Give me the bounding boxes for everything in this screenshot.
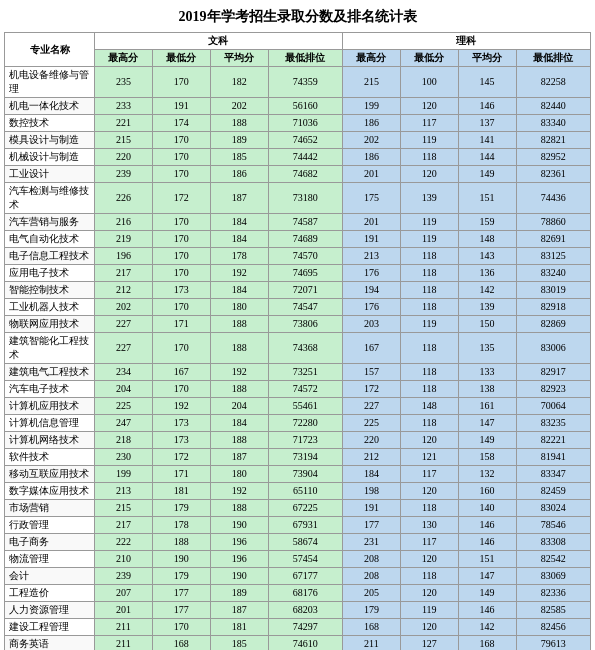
lk-data-cell: 145 (458, 67, 516, 98)
lk-data-cell: 118 (400, 500, 458, 517)
lk-data-cell: 118 (400, 381, 458, 398)
lk-data-cell: 158 (458, 449, 516, 466)
major-name-cell: 物联网应用技术 (5, 316, 95, 333)
table-row: 工业机器人技术2021701807454717611813982918 (5, 299, 591, 316)
lk-data-cell: 208 (342, 551, 400, 568)
wk-data-cell: 73904 (268, 466, 342, 483)
wk-data-cell: 213 (95, 483, 153, 500)
wk-data-cell: 74610 (268, 636, 342, 651)
table-row: 建筑电气工程技术2341671927325115711813382917 (5, 364, 591, 381)
wk-data-cell: 217 (95, 265, 153, 282)
wk-avg: 平均分 (210, 50, 268, 67)
wk-data-cell: 184 (210, 214, 268, 231)
wk-data-cell: 74572 (268, 381, 342, 398)
table-row: 模具设计与制造2151701897465220211914182821 (5, 132, 591, 149)
wk-data-cell: 215 (95, 132, 153, 149)
lk-data-cell: 215 (342, 67, 400, 98)
lk-data-cell: 127 (400, 636, 458, 651)
table-row: 计算机应用技术2251922045546122714816170064 (5, 398, 591, 415)
wk-data-cell: 171 (152, 466, 210, 483)
major-name-cell: 电气自动化技术 (5, 231, 95, 248)
lk-data-cell: 70064 (516, 398, 590, 415)
wk-min: 最低分 (152, 50, 210, 67)
lk-data-cell: 202 (342, 132, 400, 149)
major-name-cell: 模具设计与制造 (5, 132, 95, 149)
lk-data-cell: 179 (342, 602, 400, 619)
lk-data-cell: 118 (400, 299, 458, 316)
major-name-cell: 汽车电子技术 (5, 381, 95, 398)
major-name-cell: 汽车营销与服务 (5, 214, 95, 231)
wk-data-cell: 216 (95, 214, 153, 231)
table-row: 汽车检测与维修技术2261721877318017513915174436 (5, 183, 591, 214)
wk-data-cell: 170 (152, 166, 210, 183)
lk-data-cell: 78860 (516, 214, 590, 231)
table-row: 建设工程管理2111701817429716812014282456 (5, 619, 591, 636)
wk-data-cell: 67931 (268, 517, 342, 534)
lk-data-cell: 83308 (516, 534, 590, 551)
wk-data-cell: 184 (210, 282, 268, 299)
lk-data-cell: 120 (400, 619, 458, 636)
wk-data-cell: 73194 (268, 449, 342, 466)
major-name-cell: 物流管理 (5, 551, 95, 568)
major-name-cell: 商务英语 (5, 636, 95, 651)
lk-data-cell: 201 (342, 214, 400, 231)
wk-data-cell: 74368 (268, 333, 342, 364)
table-row: 人力资源管理2011771876820317911914682585 (5, 602, 591, 619)
wk-data-cell: 202 (95, 299, 153, 316)
lk-data-cell: 137 (458, 115, 516, 132)
wk-data-cell: 204 (210, 398, 268, 415)
table-row: 计算机信息管理2471731847228022511814783235 (5, 415, 591, 432)
wk-data-cell: 74652 (268, 132, 342, 149)
major-name-cell: 建筑电气工程技术 (5, 364, 95, 381)
lk-data-cell: 150 (458, 316, 516, 333)
lk-data-cell: 194 (342, 282, 400, 299)
wk-data-cell: 221 (95, 115, 153, 132)
lk-data-cell: 118 (400, 364, 458, 381)
lk-data-cell: 132 (458, 466, 516, 483)
lk-data-cell: 83347 (516, 466, 590, 483)
lk-data-cell: 147 (458, 415, 516, 432)
wk-data-cell: 173 (152, 432, 210, 449)
wk-data-cell: 74359 (268, 67, 342, 98)
wk-data-cell: 190 (210, 568, 268, 585)
major-name-cell: 机电设备维修与管理 (5, 67, 95, 98)
lk-data-cell: 82361 (516, 166, 590, 183)
wk-data-cell: 56160 (268, 98, 342, 115)
lk-data-cell: 82459 (516, 483, 590, 500)
major-name-cell: 会计 (5, 568, 95, 585)
lk-data-cell: 146 (458, 517, 516, 534)
lk-data-cell: 82869 (516, 316, 590, 333)
major-name-cell: 计算机信息管理 (5, 415, 95, 432)
lk-data-cell: 168 (458, 636, 516, 651)
wk-data-cell: 170 (152, 132, 210, 149)
wk-data-cell: 170 (152, 149, 210, 166)
table-row: 商务英语2111681857461021112716879613 (5, 636, 591, 651)
table-row: 工程造价2071771896817620512014982336 (5, 585, 591, 602)
wk-data-cell: 188 (210, 316, 268, 333)
wk-data-cell: 192 (210, 483, 268, 500)
lk-data-cell: 83340 (516, 115, 590, 132)
table-row: 电气自动化技术2191701847468919111914882691 (5, 231, 591, 248)
wk-data-cell: 233 (95, 98, 153, 115)
lk-data-cell: 211 (342, 636, 400, 651)
wk-data-cell: 67177 (268, 568, 342, 585)
major-name-cell: 智能控制技术 (5, 282, 95, 299)
wk-data-cell: 185 (210, 636, 268, 651)
table-row: 应用电子技术2171701927469517611813683240 (5, 265, 591, 282)
lk-data-cell: 227 (342, 398, 400, 415)
wk-data-cell: 74689 (268, 231, 342, 248)
wk-data-cell: 170 (152, 231, 210, 248)
lk-data-cell: 82917 (516, 364, 590, 381)
lk-data-cell: 205 (342, 585, 400, 602)
lk-data-cell: 143 (458, 248, 516, 265)
lk-data-cell: 135 (458, 333, 516, 364)
wk-data-cell: 222 (95, 534, 153, 551)
table-row: 汽车营销与服务2161701847458720111915978860 (5, 214, 591, 231)
table-row: 汽车电子技术2041701887457217211813882923 (5, 381, 591, 398)
lk-data-cell: 83006 (516, 333, 590, 364)
wk-data-cell: 74587 (268, 214, 342, 231)
lk-data-cell: 140 (458, 500, 516, 517)
wk-data-cell: 167 (152, 364, 210, 381)
wk-data-cell: 201 (95, 602, 153, 619)
lk-data-cell: 177 (342, 517, 400, 534)
